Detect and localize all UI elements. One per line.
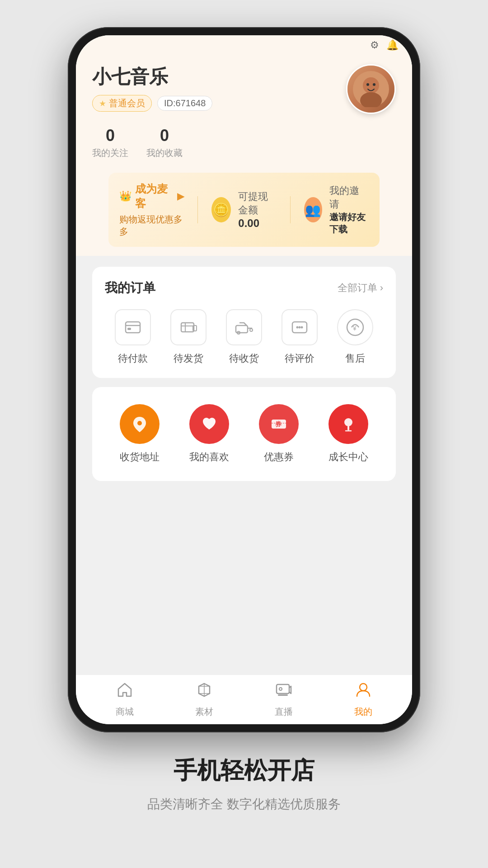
nav-label-material: 素材: [195, 706, 213, 718]
order-item-pending-receive[interactable]: 待收货: [226, 309, 262, 365]
stats-row: 0 我的关注 0 我的收藏: [92, 126, 212, 159]
svg-point-18: [301, 326, 303, 329]
svg-rect-7: [127, 328, 131, 330]
status-bar: ⚙ 🔔: [76, 35, 412, 55]
order-label-2: 待收货: [229, 352, 259, 365]
main-content: 我的订单 全部订单 ›: [76, 256, 412, 675]
promo-title-text: 成为麦客: [135, 182, 174, 211]
notification-icon[interactable]: 🔔: [386, 39, 399, 51]
order-label-0: 待付款: [118, 352, 148, 365]
nav-item-live[interactable]: 直播: [244, 682, 324, 718]
quick-item-address[interactable]: 收货地址: [120, 404, 160, 464]
svg-point-16: [296, 326, 299, 329]
cashout-text: 可提现金额 0.00: [238, 190, 276, 230]
invite-icon: 👥: [304, 197, 323, 222]
bottom-nav: 商城 素材: [76, 675, 412, 724]
svg-point-1: [363, 77, 379, 94]
svg-rect-28: [277, 684, 289, 693]
svg-point-21: [137, 421, 142, 425]
promo-subtitle: 购物返现优惠多多: [119, 213, 184, 238]
chevron-right-icon: ›: [380, 282, 383, 294]
cashout-label: 可提现金额: [238, 190, 276, 217]
promo-divider: [197, 196, 198, 223]
bottom-subtitle: 品类清晰齐全 数字化精选优质服务: [147, 796, 341, 813]
avatar-image: [347, 66, 394, 113]
aftersale-icon: ¥: [337, 309, 373, 345]
promo-arrow: ▶: [177, 191, 184, 202]
nav-label-shop: 商城: [116, 706, 134, 718]
quick-label-1: 我的喜欢: [189, 450, 229, 464]
svg-point-31: [360, 684, 367, 691]
follow-count: 0: [106, 126, 115, 145]
svg-point-29: [279, 688, 282, 690]
quick-item-growth[interactable]: 成长中心: [328, 404, 368, 464]
quick-item-coupon[interactable]: 券 优惠券: [259, 404, 299, 464]
star-icon: ★: [99, 99, 106, 108]
promo-left: 👑 成为麦客 ▶ 购物返现优惠多多: [119, 182, 184, 238]
order-item-pending-ship[interactable]: 待发货: [170, 309, 206, 365]
nav-label-mine: 我的: [354, 706, 372, 718]
quick-label-2: 优惠券: [264, 450, 294, 464]
follow-label: 我的关注: [92, 147, 128, 159]
user-badges: ★ 普通会员 ID:671648: [92, 95, 212, 112]
nav-label-live: 直播: [275, 706, 293, 718]
avatar[interactable]: [346, 64, 396, 114]
order-icons: 待付款 待发货: [105, 309, 383, 365]
svg-text:券: 券: [275, 420, 282, 428]
member-type: 普通会员: [109, 97, 145, 109]
invite-label: 我的邀请: [329, 184, 369, 211]
promo-title: 👑 成为麦客 ▶: [119, 182, 184, 211]
member-badge[interactable]: ★ 普通会员: [92, 95, 152, 112]
user-name: 小七音乐: [92, 64, 212, 90]
cashout-item[interactable]: 🪙 可提现金额 0.00: [211, 190, 276, 230]
quick-item-likes[interactable]: 我的喜欢: [189, 404, 229, 464]
promo-banner[interactable]: 👑 成为麦客 ▶ 购物返现优惠多多 🪙 可提现金额 0.00 👥: [108, 173, 380, 247]
order-label-4: 售后: [345, 352, 365, 365]
profile-icon: [355, 682, 371, 702]
live-icon: [276, 682, 292, 702]
collect-stat[interactable]: 0 我的收藏: [146, 126, 183, 159]
address-icon: [120, 404, 160, 444]
collect-count: 0: [160, 126, 169, 145]
bottom-title: 手机轻松开店: [147, 755, 341, 787]
order-item-aftersale[interactable]: ¥ 售后: [337, 309, 373, 365]
order-item-pending-pay[interactable]: 待付款: [115, 309, 151, 365]
growth-icon: [328, 404, 368, 444]
phone-shell: ⚙ 🔔 小七音乐 ★ 普通会员 ID:671648: [68, 27, 420, 732]
svg-rect-5: [126, 322, 140, 333]
nav-item-material[interactable]: 素材: [164, 682, 244, 718]
order-label-3: 待评价: [285, 352, 314, 365]
svg-point-25: [344, 418, 352, 426]
cashout-value: 0.00: [238, 217, 276, 230]
order-item-pending-review[interactable]: 待评价: [282, 309, 318, 365]
id-badge: ID:671648: [157, 96, 212, 111]
quick-links-card: 收货地址 我的喜欢: [92, 387, 396, 481]
pending-ship-icon: [170, 309, 206, 345]
invite-item[interactable]: 👥 我的邀请 邀请好友下载: [304, 184, 369, 236]
nav-item-mine[interactable]: 我的: [324, 682, 403, 718]
svg-point-4: [373, 83, 375, 86]
orders-card: 我的订单 全部订单 ›: [92, 267, 396, 378]
phone-screen: ⚙ 🔔 小七音乐 ★ 普通会员 ID:671648: [76, 35, 412, 724]
all-orders-link[interactable]: 全部订单 ›: [338, 281, 383, 295]
user-info: 小七音乐 ★ 普通会员 ID:671648 0 我的关注: [92, 64, 212, 159]
material-icon: [196, 682, 212, 702]
orders-title: 我的订单: [105, 279, 155, 297]
bottom-text: 手机轻松开店 品类清晰齐全 数字化精选优质服务: [129, 732, 359, 826]
pending-pay-icon: [115, 309, 151, 345]
pending-review-icon: [282, 309, 318, 345]
settings-icon[interactable]: ⚙: [370, 39, 379, 51]
header-area: 小七音乐 ★ 普通会员 ID:671648 0 我的关注: [76, 55, 412, 173]
promo-divider2: [290, 196, 291, 223]
follow-stat[interactable]: 0 我的关注: [92, 126, 128, 159]
svg-text:¥: ¥: [352, 325, 357, 332]
quick-label-3: 成长中心: [328, 450, 368, 464]
svg-rect-26: [347, 426, 349, 430]
svg-point-3: [366, 83, 369, 86]
header-top: 小七音乐 ★ 普通会员 ID:671648 0 我的关注: [92, 64, 396, 159]
svg-point-13: [250, 329, 253, 331]
coin-icon: 🪙: [211, 197, 231, 222]
svg-point-17: [299, 326, 301, 329]
nav-item-shop[interactable]: 商城: [85, 682, 164, 718]
coupon-icon: 券: [259, 404, 299, 444]
